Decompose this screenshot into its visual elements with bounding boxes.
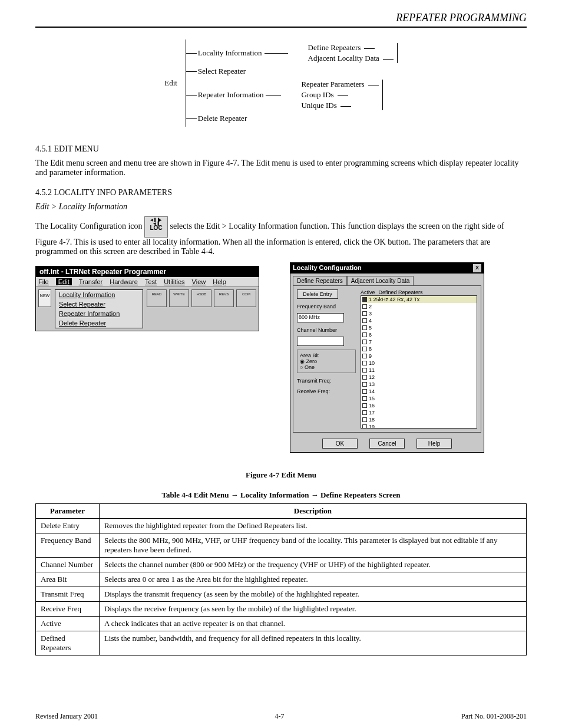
active-checkbox[interactable]: [362, 325, 367, 330]
active-checkbox[interactable]: [362, 347, 367, 351]
list-item[interactable]: 6: [362, 331, 477, 338]
dropdown-delete-repeater[interactable]: Delete Repeater: [55, 318, 143, 328]
list-item[interactable]: 12: [362, 374, 477, 381]
table-row: Frequency BandSelects the 800 MHz, 900 M…: [36, 533, 527, 558]
tab-define-repeaters[interactable]: Define Repeaters: [293, 276, 347, 285]
cancel-button[interactable]: Cancel: [369, 439, 405, 449]
active-checkbox[interactable]: [362, 396, 367, 401]
table-cell-desc: Selects the channel number (800 or 900 M…: [99, 558, 526, 572]
active-checkbox[interactable]: [362, 304, 367, 309]
active-checkbox[interactable]: [362, 410, 367, 415]
list-item[interactable]: 19: [362, 423, 477, 429]
toolbar-com-button[interactable]: COM: [236, 289, 256, 307]
ok-button[interactable]: OK: [322, 439, 358, 449]
radio-zero[interactable]: ◉: [300, 358, 306, 364]
active-checkbox[interactable]: [362, 368, 367, 373]
list-item-label: 8: [369, 345, 372, 353]
dropdown-select-repeater[interactable]: Select Repeater: [55, 299, 143, 309]
list-item[interactable]: 1 25kHz 42 Rx, 42 Tx: [362, 296, 477, 303]
delete-entry-button[interactable]: Delete Entry: [297, 289, 338, 299]
list-item[interactable]: 15: [362, 395, 477, 402]
active-checkbox[interactable]: [362, 354, 367, 358]
table-cell-desc: Removes the highlighted repeater from th…: [99, 519, 526, 533]
menu-utilities[interactable]: Utilities: [164, 278, 184, 285]
list-item-label: 14: [369, 388, 375, 395]
table-cell-desc: A check indicates that an active repeate…: [99, 617, 526, 631]
list-item[interactable]: 9: [362, 353, 477, 360]
active-checkbox[interactable]: [362, 318, 367, 323]
tab-adjacent-locality[interactable]: Adjacent Locality Data: [347, 276, 414, 285]
list-item[interactable]: 16: [362, 402, 477, 409]
menu-transfer[interactable]: Transfer: [79, 278, 103, 285]
table-cell-param: Area Bit: [36, 572, 100, 587]
dropdown-repeater-info[interactable]: Repeater Information: [55, 309, 143, 318]
edit-dropdown[interactable]: Locality Information Select Repeater Rep…: [55, 289, 143, 328]
col-defined-repeaters: Defined Repeaters: [379, 289, 423, 295]
dropdown-locality-info[interactable]: Locality Information: [55, 290, 143, 299]
table-cell-desc: Displays the transmit frequency (as seen…: [99, 587, 526, 602]
tree-define-repeaters: Define Repeaters: [308, 43, 394, 52]
list-item[interactable]: 10: [362, 360, 477, 367]
active-checkbox[interactable]: [362, 389, 367, 394]
list-item[interactable]: 5: [362, 324, 477, 331]
label-channel-number: Channel Number: [297, 327, 356, 333]
active-checkbox[interactable]: [362, 332, 367, 337]
help-button[interactable]: Help: [416, 439, 452, 449]
menu-view[interactable]: View: [192, 278, 206, 285]
list-item[interactable]: 14: [362, 388, 477, 395]
toolbar-new-button[interactable]: NEW: [38, 289, 51, 307]
list-item-label: 10: [369, 360, 375, 367]
active-checkbox[interactable]: [362, 340, 367, 344]
active-checkbox[interactable]: [362, 311, 367, 316]
active-checkbox[interactable]: [362, 417, 367, 422]
menu-edit[interactable]: Edit: [56, 278, 72, 285]
active-checkbox[interactable]: [362, 375, 367, 380]
list-item[interactable]: 4: [362, 317, 477, 324]
active-checkbox[interactable]: [362, 382, 367, 387]
channel-number-select[interactable]: [297, 337, 344, 346]
para-edit-menu: The Edit menu screen and menu tree are s…: [35, 159, 527, 177]
active-checkbox[interactable]: [362, 403, 367, 408]
dialog-close-icon[interactable]: X: [473, 264, 481, 272]
list-item-label: 2: [369, 303, 372, 310]
active-checkbox[interactable]: [362, 297, 367, 302]
menu-help[interactable]: Help: [213, 278, 226, 285]
menu-file[interactable]: File: [38, 278, 49, 285]
list-item[interactable]: 2: [362, 303, 477, 310]
menu-test[interactable]: Test: [145, 278, 157, 285]
dialog-title: Locality Configuration: [293, 264, 362, 272]
radio-one[interactable]: ○: [300, 364, 305, 370]
toolbar-write-button[interactable]: WRITE: [169, 289, 189, 307]
toolbar-read-button[interactable]: READ: [147, 289, 167, 307]
window-title: off.lnt - LTRNet Repeater Programmer: [36, 266, 259, 277]
table-row: ActiveA check indicates that an active r…: [36, 617, 527, 631]
list-item[interactable]: 18: [362, 416, 477, 423]
toolbar-hsdb-button[interactable]: HSDB: [191, 289, 211, 307]
list-item[interactable]: 11: [362, 367, 477, 374]
tree-repeater-info: Repeater Information: [198, 90, 264, 100]
list-item[interactable]: 13: [362, 381, 477, 388]
list-item[interactable]: 3: [362, 310, 477, 317]
table-cell-param: Receive Freq: [36, 602, 100, 617]
active-checkbox[interactable]: [362, 361, 367, 365]
menubar[interactable]: File Edit Transfer Hardware Test Utiliti…: [36, 277, 259, 287]
para-locality: The Locality Configuration icon ◀▐ ▐▶ ◀▐…: [35, 216, 527, 256]
frequency-band-select[interactable]: 800 MHz: [297, 313, 344, 322]
table-cell-desc: Selects the 800 MHz, 900 MHz, VHF, or UH…: [99, 533, 526, 558]
list-item[interactable]: 7: [362, 338, 477, 345]
locality-params-table: Parameter Description Delete EntryRemove…: [35, 503, 527, 655]
table-cell-param: Active: [36, 617, 100, 631]
toolbar-revs-button[interactable]: REVS: [214, 289, 234, 307]
para-locality-prefix: The Locality Configuration icon: [35, 222, 143, 230]
table-row: Transmit FreqDisplays the transmit frequ…: [36, 587, 527, 602]
menu-hardware[interactable]: Hardware: [110, 278, 138, 285]
list-item[interactable]: 17: [362, 409, 477, 416]
list-item-label: 6: [369, 331, 372, 338]
list-item-label: 19: [369, 423, 375, 429]
list-item[interactable]: 8: [362, 345, 477, 353]
active-checkbox[interactable]: [362, 424, 367, 429]
heading-edit-menu: 4.5.1 EDIT MENU: [35, 144, 527, 154]
footer-page: 4-7: [275, 712, 284, 721]
table-row: Receive FreqDisplays the receive frequen…: [36, 602, 527, 617]
defined-repeaters-list[interactable]: 1 25kHz 42 Rx, 42 Tx23456789101112131415…: [361, 295, 477, 429]
